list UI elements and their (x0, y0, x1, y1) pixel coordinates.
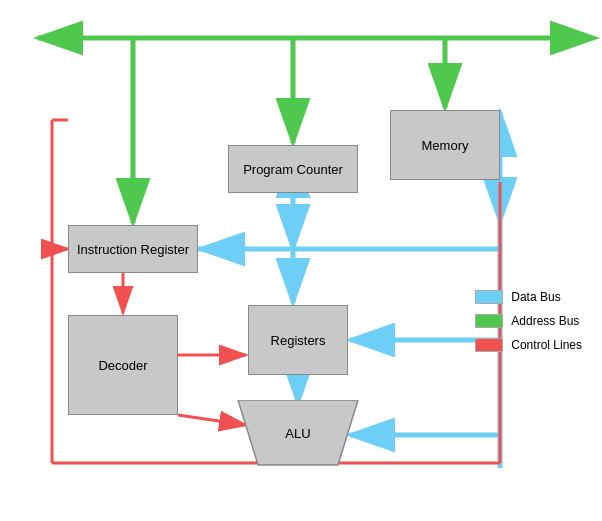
address-bus-label: Address Bus (511, 314, 579, 328)
control-lines-color (475, 338, 503, 352)
address-bus-color (475, 314, 503, 328)
registers-label: Registers (271, 333, 326, 348)
decoder-label: Decoder (98, 358, 147, 373)
svg-text:ALU: ALU (285, 426, 310, 441)
legend-data-bus: Data Bus (475, 290, 582, 304)
cpu-diagram: Memory Program Counter Instruction Regis… (0, 0, 602, 521)
registers-box: Registers (248, 305, 348, 375)
instruction-register-box: Instruction Register (68, 225, 198, 273)
memory-label: Memory (422, 138, 469, 153)
program-counter-box: Program Counter (228, 145, 358, 193)
legend-address-bus: Address Bus (475, 314, 582, 328)
program-counter-label: Program Counter (243, 162, 343, 177)
data-bus-color (475, 290, 503, 304)
decoder-box: Decoder (68, 315, 178, 415)
memory-box: Memory (390, 110, 500, 180)
alu-svg: ALU (228, 400, 368, 470)
data-bus-label: Data Bus (511, 290, 560, 304)
instruction-register-label: Instruction Register (77, 242, 189, 257)
legend: Data Bus Address Bus Control Lines (475, 290, 582, 352)
legend-control-lines: Control Lines (475, 338, 582, 352)
control-lines-label: Control Lines (511, 338, 582, 352)
